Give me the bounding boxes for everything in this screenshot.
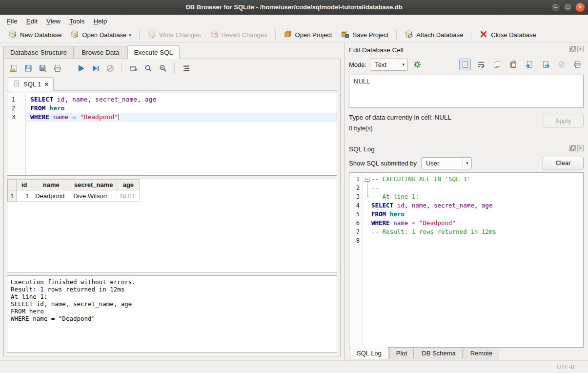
open-project-icon (284, 30, 292, 40)
editor-line-numbers: 123 (7, 93, 26, 175)
float-icon[interactable] (569, 46, 576, 52)
tab-execute-sql[interactable]: Execute SQL (127, 45, 180, 59)
sql-log-view[interactable]: 12345678 -- EXECUTING ALL IN 'SQL 1'----… (349, 172, 584, 348)
toolbar-button-label: Write Changes (159, 31, 201, 39)
print-icon[interactable] (572, 59, 584, 70)
format-sql-icon[interactable] (180, 62, 193, 75)
export-data-icon[interactable] (540, 59, 551, 70)
word-wrap-icon[interactable] (475, 59, 487, 70)
encoding-indicator: UTF-8 (556, 363, 574, 371)
write-changes-button[interactable]: Write Changes (143, 28, 205, 41)
log-filter-select[interactable]: User ▾ (421, 157, 472, 169)
stop-execution-icon[interactable] (103, 62, 117, 75)
text-mode-icon[interactable] (459, 59, 471, 70)
column-header-id[interactable]: id (17, 180, 32, 190)
clear-log-button[interactable]: Clear (543, 157, 584, 169)
maximize-button[interactable]: □ (563, 2, 573, 12)
editor-line: FROM hero (26, 104, 337, 113)
text-cursor (119, 114, 119, 120)
log-line (363, 236, 583, 245)
editor-line: WHERE name = "Deadpond" (26, 113, 337, 122)
close-database-icon (479, 30, 488, 40)
sql-tab-sql-1[interactable]: SQL 1× (8, 77, 54, 91)
open-database-button[interactable]: Open Database▾ (66, 28, 136, 41)
dock-tab-plot[interactable]: Plot (389, 348, 414, 359)
menu-view[interactable]: View (42, 16, 65, 27)
set-null-icon[interactable] (556, 59, 568, 70)
column-header-age[interactable]: age (117, 180, 140, 190)
menu-file[interactable]: File (2, 16, 22, 27)
execution-status: Execution finished without errors. Resul… (7, 275, 337, 353)
execute-all-icon[interactable] (74, 62, 87, 75)
attach-database-button[interactable]: Attach Database (400, 28, 467, 41)
apply-button[interactable]: Apply (543, 115, 584, 127)
editor-line-number: 3 (7, 113, 25, 122)
cell-editor[interactable]: NULL (349, 75, 584, 108)
toolbar-separator (122, 63, 122, 74)
close-icon[interactable]: × (577, 145, 584, 151)
tab-database-structure[interactable]: Database Structure (3, 46, 74, 59)
save-project-button[interactable]: Save Project (336, 28, 393, 41)
table-cell[interactable]: Dive Wilson (70, 190, 117, 202)
close-database-button[interactable]: Close Database (475, 28, 541, 41)
log-line: WHERE name = "Deadpond" (363, 219, 583, 228)
table-cell[interactable]: NULL (117, 190, 140, 202)
log-line: -- (363, 184, 583, 192)
main-tab-bar: Database StructureBrowse DataExecute SQL (3, 45, 344, 59)
edit-cell-header: Edit Database Cell × (349, 44, 584, 56)
execute-sql-panel: SQL 1× 123 SELECT id, name, secret_name,… (3, 59, 341, 356)
dock-tab-db-schema[interactable]: DB Schema (415, 348, 462, 359)
corner-header (8, 180, 17, 190)
find-replace-icon[interactable] (156, 62, 169, 75)
revert-changes-button[interactable]: Revert Changes (205, 28, 272, 41)
open-sql-file-icon[interactable] (7, 62, 20, 75)
toolbar-separator (69, 63, 69, 74)
statusbar: UTF-8 (0, 360, 588, 373)
toolbar-separator (396, 30, 397, 41)
close-button[interactable]: × (575, 2, 585, 12)
editor-line: SELECT id, name, secret_name, age (26, 95, 337, 104)
sql-editor[interactable]: 123 SELECT id, name, secret_name, ageFRO… (7, 93, 337, 176)
execute-current-line-icon[interactable] (89, 62, 102, 75)
minimize-button[interactable]: – (551, 2, 561, 12)
write-changes-icon (147, 30, 156, 40)
fold-spacer (363, 228, 371, 236)
column-header-secret-name[interactable]: secret_name (70, 180, 117, 190)
open-query-tab-icon[interactable] (127, 62, 140, 75)
toolbar-button-label: Open Database (82, 31, 126, 39)
float-icon[interactable] (569, 145, 576, 151)
dock-tab-remote[interactable]: Remote (464, 348, 500, 359)
close-icon[interactable]: × (577, 46, 584, 52)
titlebar[interactable]: DB Browser for SQLite - /home/user/code/… (0, 0, 588, 15)
import-data-icon[interactable] (524, 59, 535, 70)
table-row: 11DeadpondDive WilsonNULL (8, 190, 140, 202)
fold-marker-icon[interactable] (363, 175, 371, 184)
column-header-name[interactable]: name (32, 180, 70, 190)
mode-select[interactable]: Text ▾ (370, 59, 408, 71)
save-sql-file-as-icon[interactable] (36, 62, 49, 75)
gear-icon[interactable] (411, 59, 423, 70)
log-line: -- Result: 1 rows returned in 12ms (363, 228, 583, 236)
tab-browse-data[interactable]: Browse Data (75, 46, 126, 59)
right-dock: Edit Database Cell × Mode: Text ▾ NULL T… (344, 43, 588, 360)
copy-icon[interactable] (491, 59, 503, 70)
results-grid: idnamesecret_nameage11DeadpondDive Wilso… (7, 179, 337, 272)
open-project-button[interactable]: Open Project (279, 28, 337, 41)
table-cell[interactable]: Deadpond (32, 190, 70, 202)
table-cell[interactable]: 1 (17, 190, 32, 202)
mode-label: Mode: (349, 61, 366, 68)
new-database-button[interactable]: New Database (4, 28, 66, 41)
dock-tab-sql-log[interactable]: SQL Log (350, 347, 388, 359)
save-sql-file-icon[interactable] (21, 62, 35, 75)
sql-log-dock-icons: × (569, 145, 584, 151)
find-icon[interactable] (142, 62, 155, 75)
menu-tools[interactable]: Tools (65, 16, 89, 27)
print-icon[interactable] (51, 62, 64, 75)
editor-code-area[interactable]: SELECT id, name, secret_name, ageFROM he… (26, 93, 337, 175)
menu-help[interactable]: Help (89, 16, 112, 27)
menu-edit[interactable]: Edit (22, 16, 42, 27)
close-tab-icon[interactable]: × (44, 81, 48, 88)
paste-icon[interactable] (507, 59, 519, 70)
mode-value: Text (370, 61, 399, 68)
save-project-icon (341, 30, 349, 40)
